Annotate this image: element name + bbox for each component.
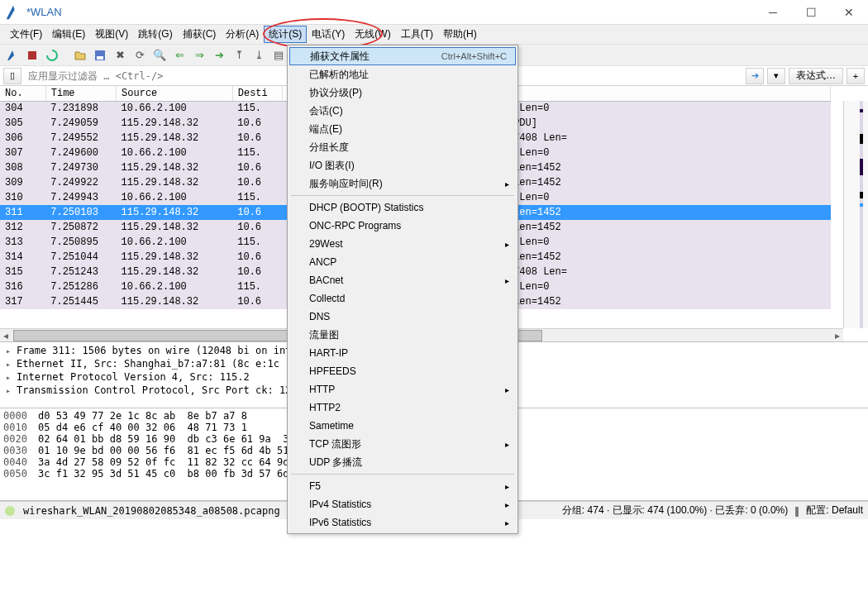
app-icon [5,4,21,21]
go-forward-icon[interactable]: ⇒ [190,46,208,64]
last-packet-icon[interactable]: ⤓ [250,46,268,64]
open-icon[interactable] [71,46,89,64]
dropdown-item-label: ONC-RPC Programs [309,220,401,231]
dropdown-item-label: 已解析的地址 [309,68,369,82]
reload-icon[interactable]: ⟳ [131,46,149,64]
dropdown-item-0[interactable]: 捕获文件属性Ctrl+Alt+Shift+C [289,47,516,65]
add-button[interactable]: + [847,68,865,84]
save-icon[interactable] [91,46,109,64]
hex-bytes: 3c f1 32 95 3d 51 45 c0 b8 00 fb 3d 57 6… [38,468,325,480]
filter-bookmark-icon[interactable]: ▯ [3,68,21,84]
submenu-arrow-icon: ▸ [505,179,509,188]
dropdown-item-10[interactable]: ONC-RPC Programs [289,217,516,235]
dropdown-item-label: IPv4 Statistics [309,499,371,510]
expand-icon[interactable]: ▸ [3,346,13,355]
hex-offset: 0010 [3,422,38,433]
dropdown-item-2[interactable]: 协议分级(P) [289,84,516,102]
submenu-arrow-icon: ▸ [505,500,509,509]
packet-mini-map[interactable] [843,101,868,328]
expand-icon[interactable]: ▸ [3,386,13,395]
menu-separator [291,195,514,196]
dropdown-item-1[interactable]: 已解析的地址 [289,65,516,84]
dropdown-item-label: DHCP (BOOTP) Statistics [309,202,423,213]
dropdown-item-15[interactable]: DNS [289,308,516,326]
dropdown-item-label: 捕获文件属性 [310,50,370,64]
dropdown-item-26[interactable]: IPv4 Statistics▸ [289,495,516,513]
go-to-icon[interactable]: ➔ [210,46,228,64]
dropdown-item-3[interactable]: 会话(C) [289,102,516,120]
dropdown-item-17[interactable]: HART-IP [289,344,516,362]
dropdown-item-22[interactable]: TCP 流图形▸ [289,435,516,453]
expression-button[interactable]: 表达式… [789,68,843,84]
dropdown-item-5[interactable]: 分组长度 [289,138,516,156]
menu-item-8[interactable]: 无线(W) [350,26,395,43]
statistics-menu-dropdown: 捕获文件属性Ctrl+Alt+Shift+C已解析的地址协议分级(P)会话(C)… [287,45,518,534]
close-file-icon[interactable]: ✖ [111,46,129,64]
dropdown-item-6[interactable]: I/O 图表(I) [289,156,516,174]
restart-capture-icon[interactable] [43,46,61,64]
column-header[interactable]: Desti [232,86,282,101]
dropdown-item-13[interactable]: BACnet▸ [289,271,516,289]
column-header[interactable]: No. [0,86,45,101]
menu-item-3[interactable]: 跳转(G) [133,26,177,43]
menu-item-4[interactable]: 捕获(C) [178,26,222,43]
dropdown-item-21[interactable]: Sametime [289,417,516,435]
dropdown-item-label: HTTP [309,384,335,395]
dropdown-item-label: HART-IP [309,347,348,359]
expert-info-icon[interactable] [5,506,15,516]
expand-icon[interactable]: ▸ [3,360,13,369]
menu-item-9[interactable]: 工具(T) [396,26,438,43]
menu-item-10[interactable]: 帮助(H) [438,26,482,43]
dropdown-item-label: ANCP [309,256,336,268]
maximize-button[interactable]: ☐ [792,0,830,25]
dropdown-item-27[interactable]: IPv6 Statistics▸ [289,513,516,532]
menu-separator [291,474,514,475]
dropdown-item-4[interactable]: 端点(E) [289,120,516,138]
go-back-icon[interactable]: ⇐ [170,46,188,64]
dropdown-item-label: 端点(E) [309,122,342,136]
dropdown-item-16[interactable]: 流量图 [289,326,516,344]
start-capture-icon[interactable] [3,46,21,64]
dropdown-item-19[interactable]: HTTP▸ [289,380,516,398]
svg-rect-2 [97,56,103,60]
dropdown-item-25[interactable]: F5▸ [289,477,516,495]
submenu-arrow-icon: ▸ [505,276,509,285]
menu-item-0[interactable]: 文件(F) [5,26,47,43]
autoscroll-icon[interactable]: ▤ [269,46,288,64]
dropdown-item-label: UDP 多播流 [309,456,362,470]
dropdown-item-20[interactable]: HTTP2 [289,398,516,417]
dropdown-item-23[interactable]: UDP 多播流 [289,453,516,471]
menu-item-1[interactable]: 编辑(E) [47,26,90,43]
dropdown-item-label: Collectd [309,293,345,304]
dropdown-item-12[interactable]: ANCP [289,253,516,271]
dropdown-item-7[interactable]: 服务响应时间(R)▸ [289,174,516,193]
dropdown-item-label: 29West [309,238,342,250]
filter-apply-icon[interactable]: ➔ [746,68,764,84]
close-button[interactable]: ✕ [830,0,868,25]
dropdown-item-label: IPv6 Statistics [309,517,371,528]
status-packets: 分组: 474 · 已显示: 474 (100.0%) · 已丢弃: 0 (0.… [562,503,788,518]
dropdown-item-18[interactable]: HPFEEDS [289,362,516,380]
dropdown-item-label: 服务响应时间(R) [309,177,383,191]
column-header[interactable]: Time [45,86,116,101]
first-packet-icon[interactable]: ⤒ [230,46,248,64]
find-icon[interactable]: 🔍 [150,46,169,64]
dropdown-item-label: F5 [309,480,321,492]
status-profile: 配置: Default [806,503,863,518]
column-header[interactable]: Source [117,86,233,101]
submenu-arrow-icon: ▸ [505,482,509,491]
menu-item-2[interactable]: 视图(V) [90,26,133,43]
menu-item-5[interactable]: 分析(A) [221,26,264,43]
dropdown-item-9[interactable]: DHCP (BOOTP) Statistics [289,198,516,217]
menu-item-7[interactable]: 电话(Y) [307,26,350,43]
expand-icon[interactable]: ▸ [3,373,13,382]
minimize-button[interactable]: ─ [754,0,792,25]
hex-offset: 0000 [3,410,38,422]
dropdown-item-label: HTTP2 [309,402,341,413]
hex-offset: 0020 [3,433,38,445]
menu-item-6[interactable]: 统计(S) [264,26,307,43]
dropdown-item-11[interactable]: 29West▸ [289,235,516,253]
dropdown-item-14[interactable]: Collectd [289,289,516,308]
stop-capture-icon[interactable] [23,46,41,64]
filter-dropdown-icon[interactable]: ▾ [767,68,785,84]
